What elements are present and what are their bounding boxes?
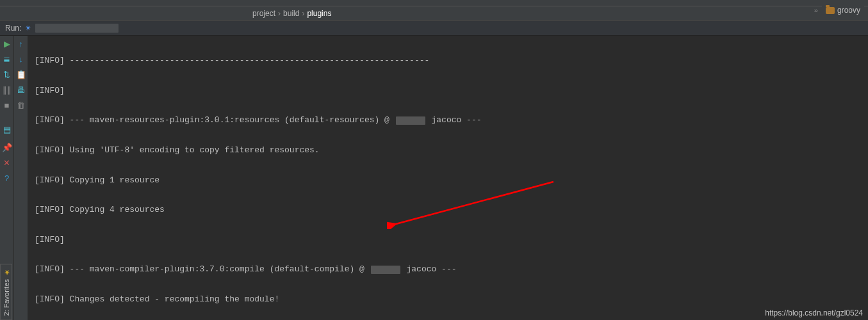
- close-icon[interactable]: ✕: [2, 157, 12, 168]
- filter-icon[interactable]: ≣: [2, 54, 12, 64]
- redacted: [396, 116, 425, 125]
- favorites-label: 2: Favorites: [3, 279, 10, 316]
- gear-icon[interactable]: ✴: [25, 24, 31, 33]
- down-icon[interactable]: ↓: [16, 54, 26, 64]
- up-icon[interactable]: ↑: [16, 38, 26, 49]
- print-icon[interactable]: 🖶: [16, 84, 26, 95]
- console-line: [INFO] ---------------------------------…: [35, 53, 863, 68]
- export-icon[interactable]: 📋: [16, 69, 26, 79]
- run-gutter-2: ↑ ↓ 📋 🖶 🗑: [14, 36, 28, 320]
- console-output[interactable]: [INFO] ---------------------------------…: [28, 36, 868, 320]
- crumb-project[interactable]: project: [252, 9, 275, 18]
- stop-icon[interactable]: ■: [2, 100, 12, 110]
- console-line: [INFO] --- maven-resources-plugin:3.0.1:…: [35, 113, 863, 127]
- star-icon: ★: [2, 268, 10, 276]
- run-toolwindow-header: Run: ✴: [0, 20, 868, 36]
- right-tool-panel: » groovy: [814, 0, 864, 20]
- side-item-label: groovy: [837, 6, 860, 15]
- console-line: [INFO]: [35, 232, 863, 247]
- pause-icon[interactable]: ∥∥: [2, 84, 12, 95]
- wrap-icon[interactable]: ⇅: [2, 69, 12, 79]
- run-config-name[interactable]: [35, 24, 119, 33]
- layout-icon[interactable]: ▤: [2, 124, 12, 134]
- chevron-right-icon: ›: [278, 9, 281, 18]
- console-line: [INFO] Copying 1 resource: [35, 173, 863, 188]
- console-line: [INFO]: [35, 83, 863, 98]
- breadcrumb: project › build › plugins: [0, 6, 868, 20]
- side-item-groovy[interactable]: groovy: [822, 4, 864, 17]
- console-line: [INFO] Using 'UTF-8' encoding to copy fi…: [35, 143, 863, 157]
- pin-icon[interactable]: 📌: [2, 142, 12, 152]
- crumb-build[interactable]: build: [283, 9, 299, 18]
- console-line: [INFO] Copying 4 resources: [35, 202, 863, 217]
- folder-icon: [826, 7, 835, 14]
- chevron-right-icon: ›: [302, 9, 304, 18]
- trash-icon[interactable]: 🗑: [16, 100, 26, 110]
- collapse-icon[interactable]: »: [814, 6, 818, 14]
- console-line: [INFO] --- maven-compiler-plugin:3.7.0:c…: [35, 262, 863, 276]
- watermark: https://blog.csdn.net/gzl0524: [765, 308, 863, 317]
- help-icon[interactable]: ?: [2, 173, 12, 183]
- redacted: [371, 266, 400, 274]
- run-label: Run:: [5, 24, 21, 33]
- crumb-plugins[interactable]: plugins: [307, 9, 331, 18]
- title-strip: [0, 0, 868, 6]
- rerun-icon[interactable]: ▶: [2, 38, 12, 49]
- favorites-tab[interactable]: 2: Favorites ★: [0, 264, 12, 320]
- console-line: [INFO] Changes detected - recompiling th…: [35, 292, 863, 307]
